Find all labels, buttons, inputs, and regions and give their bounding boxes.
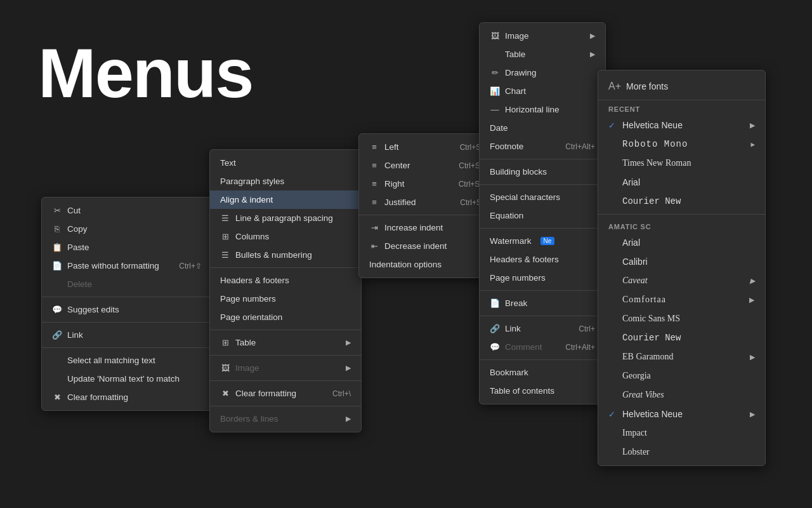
clear-formatting-item-2[interactable]: ✖ Clear formatting Ctrl+\ (210, 384, 361, 403)
horizontal-line-icon: — (490, 105, 500, 114)
page-title: Menus (38, 38, 252, 108)
link-icon: 🔗 (52, 330, 62, 340)
font-picker-header: A+ More fonts (598, 74, 765, 100)
align-justified-icon: ≡ (369, 197, 379, 207)
headers-footers-item[interactable]: Headers & footers (480, 250, 605, 269)
paste-item[interactable]: 📋 Paste (42, 238, 212, 257)
table-icon-2: ⊞ (220, 338, 230, 347)
link-icon-2: 🔗 (490, 324, 500, 333)
suggest-icon: 💬 (52, 305, 62, 314)
chart-icon: 📊 (490, 86, 500, 96)
select-all-matching-item[interactable]: Select all matching text (42, 351, 212, 370)
image-item-2[interactable]: 🖼 Image ▶ (210, 359, 361, 377)
font-georgia-item[interactable]: Georgia (598, 366, 765, 385)
font-helvetica-neue-recent[interactable]: ✓ Helvetica Neue ▶ (598, 116, 765, 135)
divider-f2 (210, 330, 361, 330)
font-caveat-item[interactable]: Caveat ▶ (598, 271, 765, 290)
headers-footers-item-2[interactable]: Headers & footers (210, 271, 361, 290)
comment-icon: 💬 (490, 342, 500, 352)
divider-f1 (210, 267, 361, 268)
date-item[interactable]: Date (480, 119, 605, 137)
line-spacing-icon: ☰ (220, 213, 230, 223)
font-roboto-mono-item[interactable]: Roboto Mono ▶ (598, 135, 765, 154)
paste-icon: 📋 (52, 243, 62, 252)
font-great-vibes-item[interactable]: Great Vibes (598, 385, 765, 404)
borders-lines-item[interactable]: Borders & lines ▶ (210, 410, 361, 428)
table-item-2[interactable]: ⊞ Table ▶ (210, 333, 361, 352)
divider-i5 (480, 316, 605, 316)
table-sub-arrow: ▶ (590, 50, 595, 58)
update-normal-item[interactable]: Update 'Normal text' to match (42, 370, 212, 388)
more-fonts-label: More fonts (626, 81, 668, 91)
page-orientation-item[interactable]: Page orientation (210, 308, 361, 326)
cut-icon: ✂ (52, 206, 62, 215)
clear-formatting-item-1[interactable]: ✖ Clear formatting (42, 388, 212, 406)
image-icon-2: 🖼 (220, 363, 230, 373)
aplus-icon: A+ (608, 81, 621, 92)
divider-i6 (480, 359, 605, 360)
comment-item[interactable]: 💬 Comment Ctrl+Alt+ (480, 338, 605, 356)
equation-item[interactable]: Equation (480, 206, 605, 225)
font-lobster-item[interactable]: Lobster (598, 443, 765, 462)
divider-i1 (480, 159, 605, 159)
watermark-item[interactable]: Watermark Ne (480, 232, 605, 250)
font-times-new-roman-item[interactable]: Times New Roman (598, 154, 765, 173)
eb-arrow: ▶ (750, 353, 755, 361)
text-item[interactable]: Text (210, 154, 361, 172)
align-indent-item[interactable]: Align & indent (210, 190, 361, 209)
break-item[interactable]: 📄 Break (480, 294, 605, 312)
font-impact-item[interactable]: Impact (598, 424, 765, 443)
columns-item[interactable]: ⊞ Columns (210, 227, 361, 246)
line-spacing-item[interactable]: ☰ Line & paragraph spacing (210, 209, 361, 227)
recent-section-label: RECENT (598, 100, 765, 116)
comfortaa-arrow: ▶ (749, 296, 755, 304)
font-calibri-item[interactable]: Calibri (598, 252, 765, 271)
delete-item[interactable]: Delete (42, 275, 212, 293)
new-badge: Ne (540, 237, 555, 245)
divider-i3 (480, 228, 605, 229)
paste-no-format-item[interactable]: 📄 Paste without formatting Ctrl+⇧ (42, 257, 212, 275)
table-item[interactable]: Table ▶ (480, 45, 605, 64)
font-helvetica-neue-item-2[interactable]: ✓ Helvetica Neue ▶ (598, 404, 765, 424)
drawing-icon: ✏ (490, 68, 500, 77)
font-comic-sans-item[interactable]: Comic Sans MS (598, 309, 765, 328)
copy-icon: ⎘ (52, 224, 62, 234)
font-eb-garamond-item[interactable]: EB Garamond ▶ (598, 347, 765, 366)
increase-indent-icon: ⇥ (369, 223, 379, 232)
bullets-numbering-item[interactable]: ☰ Bullets & numbering (210, 246, 361, 264)
drawing-item[interactable]: ✏ Drawing (480, 64, 605, 82)
link-item[interactable]: 🔗 Link (42, 326, 212, 344)
font-courier-new-item-2[interactable]: Courier New (598, 328, 765, 347)
amatic-section-label: AMATIC SC (598, 218, 765, 233)
helvetica2-arrow: ▶ (750, 410, 755, 418)
context-menu-1: ✂ Cut ⎘ Copy 📋 Paste 📄 Paste without for… (41, 197, 213, 411)
special-chars-item[interactable]: Special characters (480, 188, 605, 206)
table-arrow: ▶ (346, 338, 351, 347)
image-item[interactable]: 🖼 Image ▶ (480, 27, 605, 45)
insert-menu: 🖼 Image ▶ Table ▶ ✏ Drawing 📊 Chart — Ho… (479, 22, 606, 404)
font-arial-item-1[interactable]: Arial (598, 173, 765, 192)
link-item-2[interactable]: 🔗 Link Ctrl+ (480, 319, 605, 338)
paragraph-styles-item[interactable]: Paragraph styles (210, 172, 361, 190)
paste-no-format-icon: 📄 (52, 261, 62, 271)
decrease-indent-icon: ⇤ (369, 241, 379, 251)
copy-item[interactable]: ⎘ Copy (42, 220, 212, 238)
page-numbers-item[interactable]: Page numbers (480, 269, 605, 287)
building-blocks-item[interactable]: Building blocks (480, 163, 605, 181)
footnote-item[interactable]: Footnote Ctrl+Alt+ (480, 137, 605, 156)
cut-item[interactable]: ✂ Cut (42, 201, 212, 220)
check-icon-2: ✓ (608, 410, 617, 419)
font-courier-new-item-1[interactable]: Courier New (598, 192, 765, 211)
table-of-contents-item[interactable]: Table of contents (480, 382, 605, 400)
format-menu: Text Paragraph styles Align & indent ☰ L… (209, 149, 362, 432)
page-numbers-item-2[interactable]: Page numbers (210, 290, 361, 308)
suggest-edits-item[interactable]: 💬 Suggest edits (42, 300, 212, 319)
chart-item[interactable]: 📊 Chart (480, 82, 605, 100)
font-comfortaa-item[interactable]: Comfortaa ▶ (598, 290, 765, 309)
horizontal-line-item[interactable]: — Horizontal line (480, 100, 605, 119)
columns-icon: ⊞ (220, 232, 230, 241)
divider-i2 (480, 184, 605, 185)
bookmark-item[interactable]: Bookmark (480, 363, 605, 382)
font-arial-item-2[interactable]: Arial (598, 233, 765, 252)
align-left-icon: ≡ (369, 142, 379, 152)
